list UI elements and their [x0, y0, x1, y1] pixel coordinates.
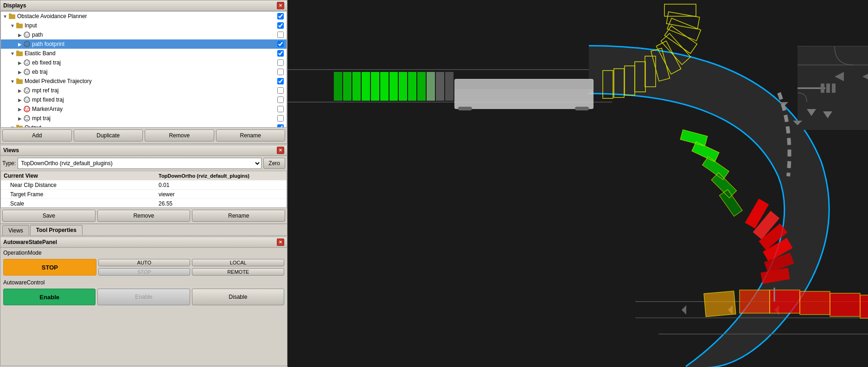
tree-item-marker_array[interactable]: ▶MarkerArray — [1, 104, 287, 114]
svg-point-30 — [26, 117, 26, 118]
tree-item-label-path: path — [32, 32, 277, 38]
tree-arrow-mpt_fixed: ▶ — [17, 97, 23, 103]
tree-item-checkbox-obstacle[interactable] — [277, 13, 284, 19]
stop-button[interactable]: STOP — [3, 259, 96, 276]
op-btn-group-right2: LOCAL REMOTE — [192, 259, 284, 276]
svg-point-31 — [28, 117, 29, 118]
type-row: Type: TopDownOrtho (rviz_default_plugins… — [0, 156, 287, 171]
svg-point-24 — [26, 99, 26, 100]
tree-item-checkbox-marker_array[interactable] — [277, 106, 284, 112]
robot-icon — [23, 87, 31, 94]
displays-close-btn[interactable]: ✕ — [277, 2, 284, 9]
tree-item-mpt_fixed[interactable]: ▶mpt fixed traj — [1, 95, 287, 104]
tree-item-checkbox-output[interactable] — [277, 124, 284, 128]
autoware-title: AutowareStatePanel — [3, 239, 57, 245]
svg-point-21 — [26, 90, 26, 90]
current-view-type: TopDownOrtho (rviz_default_plugins) — [157, 173, 287, 179]
svg-rect-119 — [832, 84, 836, 93]
robot-icon — [23, 59, 31, 66]
enable2-button[interactable]: Enable — [97, 289, 190, 305]
tree-item-label-output: Output — [25, 124, 277, 128]
autoware-header: AutowareStatePanel ✕ — [0, 237, 287, 248]
tree-item-path[interactable]: ▶path — [1, 30, 287, 39]
tree-item-output[interactable]: ▼Output — [1, 123, 287, 128]
svg-rect-60 — [458, 107, 472, 110]
stop2-button[interactable]: STOP — [98, 268, 191, 276]
tree-item-checkbox-eb_traj[interactable] — [277, 69, 284, 75]
views-rename-button[interactable]: Rename — [192, 210, 285, 222]
svg-rect-59 — [454, 80, 593, 89]
tree-item-checkbox-elastic[interactable] — [277, 50, 284, 57]
folder-icon — [16, 77, 23, 85]
tab-views[interactable]: Views — [2, 225, 29, 235]
tree-item-checkbox-path_footprint[interactable] — [277, 41, 284, 47]
tree-item-eb_traj[interactable]: ▶eb traj — [1, 67, 287, 77]
tree-item-label-eb_fixed: eb fixed traj — [32, 59, 277, 66]
tree-item-checkbox-mpt_traj[interactable] — [277, 115, 284, 122]
tree-item-label-mpt_ref: mpt ref traj — [32, 87, 277, 94]
views-close-btn[interactable]: ✕ — [277, 147, 284, 154]
folder-icon — [8, 13, 16, 20]
tree-item-checkbox-eb_fixed[interactable] — [277, 59, 284, 66]
views-save-button[interactable]: Save — [2, 210, 96, 222]
current-view-label: Current View — [1, 173, 157, 179]
svg-point-23 — [24, 97, 30, 103]
tree-item-mpt[interactable]: ▼Model Predictive Trajectory — [1, 77, 287, 86]
tree-arrow-input: ▼ — [9, 23, 16, 28]
svg-rect-96 — [800, 291, 830, 315]
tree-item-checkbox-path[interactable] — [277, 32, 284, 38]
rename-button[interactable]: Rename — [216, 129, 286, 142]
tree-item-checkbox-mpt_ref[interactable] — [277, 87, 284, 94]
folder-icon — [16, 22, 23, 29]
tab-tool-properties[interactable]: Tool Properties — [30, 225, 83, 235]
control-buttons: Enable Enable Disable — [0, 287, 287, 307]
tree-item-checkbox-mpt[interactable] — [277, 78, 284, 84]
remove-button[interactable]: Remove — [145, 129, 214, 142]
svg-point-28 — [28, 108, 29, 109]
svg-rect-66 — [371, 72, 379, 101]
robot-icon — [23, 68, 31, 76]
local-button[interactable]: LOCAL — [192, 259, 284, 266]
enable-button[interactable]: Enable — [3, 289, 96, 305]
tree-item-elastic[interactable]: ▼Elastic Band — [1, 49, 287, 58]
remote-button[interactable]: REMOTE — [192, 268, 284, 276]
type-label: Type: — [2, 160, 16, 167]
tree-arrow-elastic: ▼ — [9, 51, 16, 56]
views-remove-button[interactable]: Remove — [97, 210, 191, 222]
tree-item-input[interactable]: ▼Input — [1, 21, 287, 30]
tree-item-eb_fixed[interactable]: ▶eb fixed traj — [1, 58, 287, 67]
svg-point-13 — [26, 62, 26, 63]
tree-item-label-input: Input — [25, 22, 277, 29]
svg-point-6 — [28, 34, 29, 35]
tree-item-checkbox-mpt_fixed[interactable] — [277, 97, 284, 103]
auto-button[interactable]: AUTO — [98, 259, 191, 266]
robot-icon — [23, 96, 31, 103]
displays-btn-row: Add Duplicate Remove Rename — [0, 128, 287, 143]
tree-item-mpt_traj[interactable]: ▶mpt traj — [1, 114, 287, 123]
svg-rect-11 — [16, 51, 19, 52]
tree-item-path_footprint[interactable]: ▶path footprint — [1, 39, 287, 49]
scale-value: 26.55 — [157, 200, 287, 207]
add-button[interactable]: Add — [2, 129, 72, 142]
tree-arrow-obstacle: ▼ — [2, 14, 8, 19]
type-select[interactable]: TopDownOrtho (rviz_default_plugins) — [18, 158, 262, 169]
svg-point-15 — [24, 69, 30, 75]
duplicate-button[interactable]: Duplicate — [74, 129, 143, 142]
tree-item-checkbox-input[interactable] — [277, 22, 284, 29]
tree-item-obstacle[interactable]: ▼Obstacle Avoidance Planner — [1, 12, 287, 21]
robot-icon — [23, 31, 31, 39]
tree-item-mpt_ref[interactable]: ▶mpt ref traj — [1, 86, 287, 95]
displays-tree: ▼Obstacle Avoidance Planner▼Input▶path▶p… — [0, 11, 287, 128]
tree-item-label-elastic: Elastic Band — [25, 50, 277, 57]
svg-rect-61 — [575, 107, 589, 110]
autoware-close-btn[interactable]: ✕ — [277, 238, 284, 246]
views-props: Current View TopDownOrtho (rviz_default_… — [0, 171, 287, 208]
viewport — [287, 0, 868, 367]
disable-button[interactable]: Disable — [192, 289, 284, 305]
op-btn-group-right1: AUTO STOP — [98, 259, 191, 276]
zero-button[interactable]: Zero — [263, 158, 285, 169]
tree-item-label-obstacle: Obstacle Avoidance Planner — [17, 13, 277, 19]
svg-rect-74 — [445, 72, 453, 101]
tree-arrow-mpt_traj: ▶ — [17, 116, 23, 121]
tabs-row: Views Tool Properties — [0, 224, 287, 235]
